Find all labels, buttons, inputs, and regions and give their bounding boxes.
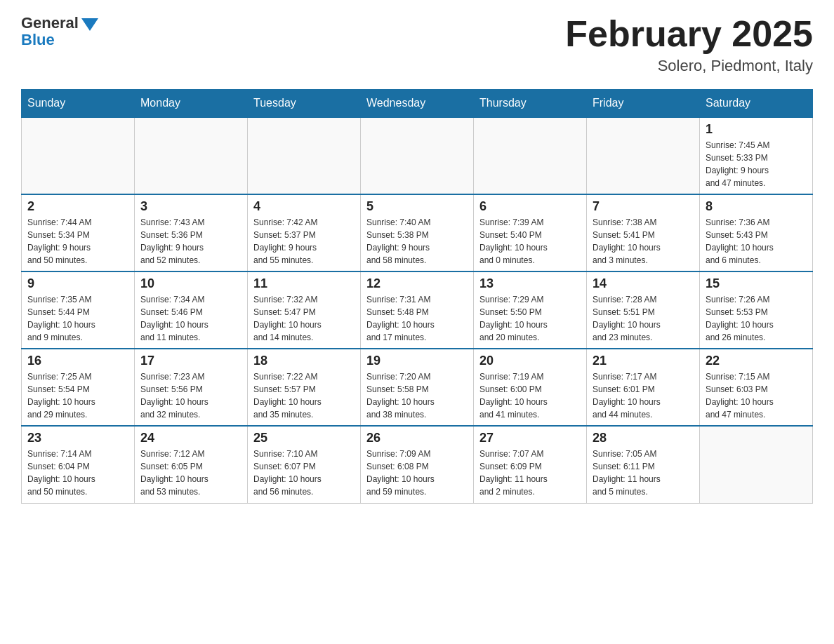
day-info: Sunrise: 7:45 AM Sunset: 5:33 PM Dayligh… bbox=[706, 139, 807, 189]
day-info: Sunrise: 7:05 AM Sunset: 6:11 PM Dayligh… bbox=[593, 448, 694, 498]
day-info: Sunrise: 7:32 AM Sunset: 5:47 PM Dayligh… bbox=[253, 293, 355, 344]
day-info: Sunrise: 7:28 AM Sunset: 5:51 PM Dayligh… bbox=[593, 293, 694, 344]
logo-top: General bbox=[21, 14, 98, 32]
day-number: 5 bbox=[366, 199, 468, 214]
calendar-cell: 7Sunrise: 7:38 AM Sunset: 5:41 PM Daylig… bbox=[587, 194, 700, 271]
day-info: Sunrise: 7:15 AM Sunset: 6:03 PM Dayligh… bbox=[706, 370, 807, 421]
calendar-cell: 6Sunrise: 7:39 AM Sunset: 5:40 PM Daylig… bbox=[474, 194, 587, 271]
day-info: Sunrise: 7:40 AM Sunset: 5:38 PM Dayligh… bbox=[366, 216, 468, 267]
day-number: 17 bbox=[140, 354, 241, 368]
calendar-cell: 11Sunrise: 7:32 AM Sunset: 5:47 PM Dayli… bbox=[248, 271, 361, 349]
logo-general: General bbox=[21, 14, 79, 32]
calendar-cell: 9Sunrise: 7:35 AM Sunset: 5:44 PM Daylig… bbox=[22, 271, 135, 349]
logo-arrow-icon bbox=[81, 18, 98, 31]
day-number: 21 bbox=[593, 354, 694, 368]
calendar-cell: 18Sunrise: 7:22 AM Sunset: 5:57 PM Dayli… bbox=[248, 349, 361, 426]
calendar-cell: 13Sunrise: 7:29 AM Sunset: 5:50 PM Dayli… bbox=[474, 271, 587, 349]
day-number: 28 bbox=[593, 431, 694, 445]
day-number: 14 bbox=[593, 276, 694, 291]
day-info: Sunrise: 7:12 AM Sunset: 6:05 PM Dayligh… bbox=[140, 448, 241, 498]
day-info: Sunrise: 7:14 AM Sunset: 6:04 PM Dayligh… bbox=[27, 448, 128, 498]
day-info: Sunrise: 7:39 AM Sunset: 5:40 PM Dayligh… bbox=[479, 216, 581, 267]
day-number: 10 bbox=[140, 276, 241, 291]
calendar-header-tuesday: Tuesday bbox=[248, 90, 361, 118]
day-info: Sunrise: 7:31 AM Sunset: 5:48 PM Dayligh… bbox=[366, 293, 468, 344]
day-number: 6 bbox=[479, 199, 581, 214]
calendar-week-row: 23Sunrise: 7:14 AM Sunset: 6:04 PM Dayli… bbox=[22, 426, 813, 503]
calendar-header-row: SundayMondayTuesdayWednesdayThursdayFrid… bbox=[22, 90, 813, 118]
day-number: 2 bbox=[27, 199, 128, 214]
logo: General Blue bbox=[21, 14, 98, 49]
calendar-cell: 10Sunrise: 7:34 AM Sunset: 5:46 PM Dayli… bbox=[135, 271, 248, 349]
calendar-cell: 3Sunrise: 7:43 AM Sunset: 5:36 PM Daylig… bbox=[135, 194, 248, 271]
day-info: Sunrise: 7:42 AM Sunset: 5:37 PM Dayligh… bbox=[253, 216, 355, 267]
calendar-cell: 1Sunrise: 7:45 AM Sunset: 5:33 PM Daylig… bbox=[700, 117, 813, 194]
day-info: Sunrise: 7:09 AM Sunset: 6:08 PM Dayligh… bbox=[366, 448, 468, 498]
calendar-cell bbox=[474, 117, 587, 194]
calendar-header-wednesday: Wednesday bbox=[361, 90, 474, 118]
day-info: Sunrise: 7:26 AM Sunset: 5:53 PM Dayligh… bbox=[706, 293, 807, 344]
calendar-week-row: 1Sunrise: 7:45 AM Sunset: 5:33 PM Daylig… bbox=[22, 117, 813, 194]
day-number: 8 bbox=[706, 199, 807, 214]
calendar-cell: 27Sunrise: 7:07 AM Sunset: 6:09 PM Dayli… bbox=[474, 426, 587, 503]
day-number: 23 bbox=[27, 431, 128, 445]
calendar-week-row: 9Sunrise: 7:35 AM Sunset: 5:44 PM Daylig… bbox=[22, 271, 813, 349]
day-info: Sunrise: 7:36 AM Sunset: 5:43 PM Dayligh… bbox=[706, 216, 807, 267]
day-number: 4 bbox=[253, 199, 355, 214]
day-number: 3 bbox=[140, 199, 241, 214]
month-title: February 2025 bbox=[565, 14, 813, 54]
title-section: February 2025 Solero, Piedmont, Italy bbox=[565, 14, 813, 75]
day-number: 13 bbox=[479, 276, 581, 291]
day-info: Sunrise: 7:44 AM Sunset: 5:34 PM Dayligh… bbox=[27, 216, 128, 267]
calendar-cell: 5Sunrise: 7:40 AM Sunset: 5:38 PM Daylig… bbox=[361, 194, 474, 271]
calendar-cell: 15Sunrise: 7:26 AM Sunset: 5:53 PM Dayli… bbox=[700, 271, 813, 349]
calendar-header-sunday: Sunday bbox=[22, 90, 135, 118]
calendar-cell bbox=[587, 117, 700, 194]
calendar-cell: 23Sunrise: 7:14 AM Sunset: 6:04 PM Dayli… bbox=[22, 426, 135, 503]
calendar-week-row: 2Sunrise: 7:44 AM Sunset: 5:34 PM Daylig… bbox=[22, 194, 813, 271]
calendar-cell: 25Sunrise: 7:10 AM Sunset: 6:07 PM Dayli… bbox=[248, 426, 361, 503]
day-number: 25 bbox=[253, 431, 355, 445]
day-number: 9 bbox=[27, 276, 128, 291]
day-info: Sunrise: 7:43 AM Sunset: 5:36 PM Dayligh… bbox=[140, 216, 241, 267]
day-info: Sunrise: 7:19 AM Sunset: 6:00 PM Dayligh… bbox=[479, 370, 581, 421]
calendar-cell: 17Sunrise: 7:23 AM Sunset: 5:56 PM Dayli… bbox=[135, 349, 248, 426]
day-number: 7 bbox=[593, 199, 694, 214]
day-info: Sunrise: 7:29 AM Sunset: 5:50 PM Dayligh… bbox=[479, 293, 581, 344]
calendar-cell bbox=[135, 117, 248, 194]
day-number: 15 bbox=[706, 276, 807, 291]
day-number: 22 bbox=[706, 354, 807, 368]
day-number: 27 bbox=[479, 431, 581, 445]
day-info: Sunrise: 7:35 AM Sunset: 5:44 PM Dayligh… bbox=[27, 293, 128, 344]
day-number: 12 bbox=[366, 276, 468, 291]
logo-blue: Blue bbox=[21, 31, 55, 49]
calendar-cell: 4Sunrise: 7:42 AM Sunset: 5:37 PM Daylig… bbox=[248, 194, 361, 271]
location: Solero, Piedmont, Italy bbox=[565, 57, 813, 75]
calendar-cell: 12Sunrise: 7:31 AM Sunset: 5:48 PM Dayli… bbox=[361, 271, 474, 349]
calendar-cell bbox=[22, 117, 135, 194]
calendar-table: SundayMondayTuesdayWednesdayThursdayFrid… bbox=[21, 89, 813, 504]
day-info: Sunrise: 7:38 AM Sunset: 5:41 PM Dayligh… bbox=[593, 216, 694, 267]
calendar-cell: 26Sunrise: 7:09 AM Sunset: 6:08 PM Dayli… bbox=[361, 426, 474, 503]
day-number: 1 bbox=[706, 122, 807, 137]
day-info: Sunrise: 7:34 AM Sunset: 5:46 PM Dayligh… bbox=[140, 293, 241, 344]
day-info: Sunrise: 7:25 AM Sunset: 5:54 PM Dayligh… bbox=[27, 370, 128, 421]
calendar-cell: 21Sunrise: 7:17 AM Sunset: 6:01 PM Dayli… bbox=[587, 349, 700, 426]
day-number: 18 bbox=[253, 354, 355, 368]
calendar-cell: 20Sunrise: 7:19 AM Sunset: 6:00 PM Dayli… bbox=[474, 349, 587, 426]
calendar-cell bbox=[700, 426, 813, 503]
calendar-cell: 19Sunrise: 7:20 AM Sunset: 5:58 PM Dayli… bbox=[361, 349, 474, 426]
calendar-cell: 14Sunrise: 7:28 AM Sunset: 5:51 PM Dayli… bbox=[587, 271, 700, 349]
day-info: Sunrise: 7:07 AM Sunset: 6:09 PM Dayligh… bbox=[479, 448, 581, 498]
day-number: 26 bbox=[366, 431, 468, 445]
calendar-cell: 24Sunrise: 7:12 AM Sunset: 6:05 PM Dayli… bbox=[135, 426, 248, 503]
day-info: Sunrise: 7:17 AM Sunset: 6:01 PM Dayligh… bbox=[593, 370, 694, 421]
page-header: General Blue February 2025 Solero, Piedm… bbox=[21, 14, 813, 75]
day-number: 24 bbox=[140, 431, 241, 445]
calendar-cell: 16Sunrise: 7:25 AM Sunset: 5:54 PM Dayli… bbox=[22, 349, 135, 426]
day-number: 16 bbox=[27, 354, 128, 368]
calendar-header-monday: Monday bbox=[135, 90, 248, 118]
day-number: 11 bbox=[253, 276, 355, 291]
day-number: 19 bbox=[366, 354, 468, 368]
calendar-cell: 8Sunrise: 7:36 AM Sunset: 5:43 PM Daylig… bbox=[700, 194, 813, 271]
